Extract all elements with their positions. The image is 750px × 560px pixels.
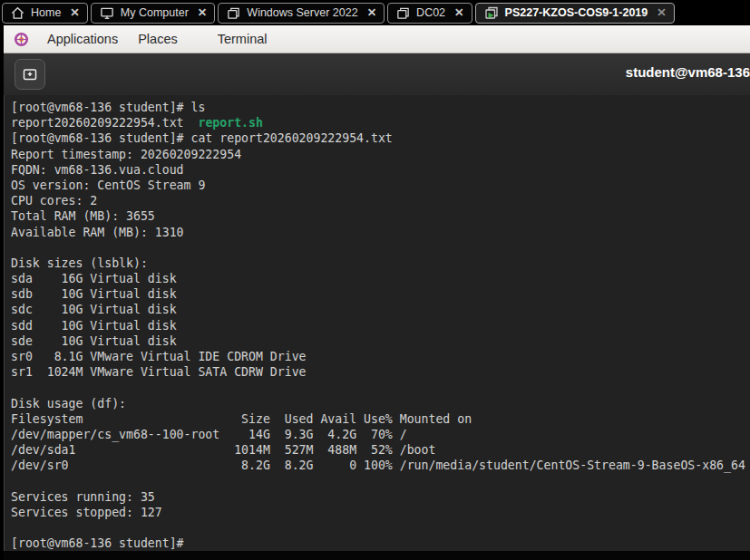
windows-play-icon: [484, 5, 499, 20]
desktop-edge: [4, 551, 750, 560]
terminal-line: sda 16G Virtual disk: [11, 272, 750, 287]
close-icon[interactable]: ✕: [70, 7, 79, 19]
terminal-line: sr1 1024M VMware Virtual SATA CDRW Drive: [11, 365, 750, 381]
terminal-line: [11, 475, 750, 490]
terminal-line: [11, 241, 750, 256]
tab-label: DC02: [416, 6, 445, 19]
home-icon: [11, 6, 24, 20]
menu-bar: Applications Places Terminal: [4, 25, 750, 53]
tab-label: Home: [31, 6, 61, 19]
terminal-line: /dev/sda1 1014M 527M 488M 52% /boot: [11, 443, 750, 459]
terminal-screen[interactable]: [root@vm68-136 student]# lsreport2026020…: [4, 95, 750, 551]
terminal-headerbar: student@vm68-136: [4, 53, 750, 95]
tab-home[interactable]: Home ✕: [2, 3, 88, 24]
terminal-line: Disk usage (df):: [11, 397, 750, 412]
terminal-line: report20260209222954.txt report.sh: [11, 116, 750, 131]
windows-icon: [227, 6, 240, 20]
terminal-line: /dev/mapper/cs_vm68--100-root 14G 9.3G 4…: [11, 428, 750, 443]
terminal-line: CPU cores: 2: [11, 194, 750, 209]
terminal-line: [root@vm68-136 student]# cat report20260…: [11, 131, 750, 147]
close-icon[interactable]: ✕: [454, 7, 463, 19]
terminal-line: sdd 10G Virtual disk: [11, 319, 750, 334]
centos-icon: [14, 32, 29, 47]
terminal-line: [11, 521, 750, 536]
window-title: student@vm68-136: [626, 64, 750, 80]
terminal-line: Total RAM (MB): 3655: [11, 209, 750, 225]
new-tab-button[interactable]: [15, 59, 45, 90]
tab-windows-server-2022[interactable]: Windows Server 2022 ✕: [218, 3, 385, 24]
terminal-line: [root@vm68-136 student]# ls: [11, 101, 750, 116]
tab-label: My Computer: [121, 6, 189, 19]
terminal-line: sde 10G Virtual disk: [11, 334, 750, 350]
terminal-line: Filesystem Size Used Avail Use% Mounted …: [11, 412, 750, 428]
close-icon[interactable]: ✕: [198, 7, 207, 19]
tab-my-computer[interactable]: My Computer ✕: [91, 3, 216, 24]
terminal-line: Services stopped: 127: [11, 506, 750, 521]
close-icon[interactable]: ✕: [657, 7, 666, 19]
windows-icon: [396, 6, 410, 20]
close-icon[interactable]: ✕: [367, 7, 376, 19]
menu-applications[interactable]: Applications: [37, 32, 128, 46]
terminal-line: Report timestamp: 20260209222954: [11, 148, 750, 163]
terminal-line: sdc 10G Virtual disk: [11, 303, 750, 318]
terminal-line: /dev/sr0 8.2G 8.2G 0 100% /run/media/stu…: [11, 459, 750, 474]
terminal-line: Disk sizes (lsblk):: [11, 256, 750, 272]
terminal-line: [11, 381, 750, 396]
menu-terminal-app[interactable]: Terminal: [208, 32, 278, 46]
terminal-line: Services running: 35: [11, 490, 750, 506]
tab-bar: Home ✕ My Computer ✕ Windows Server 2022…: [0, 0, 750, 25]
monitor-icon: [100, 6, 114, 20]
terminal-line: sdb 10G Virtual disk: [11, 287, 750, 303]
terminal-line: FQDN: vm68-136.vua.cloud: [11, 163, 750, 179]
menu-places[interactable]: Places: [128, 32, 188, 46]
tab-ps227-kzos-cos9-1-2019[interactable]: PS227-KZOS-COS9-1-2019 ✕: [475, 3, 675, 24]
vm-display: Applications Places Terminal student@vm6…: [0, 25, 750, 560]
tab-label: Windows Server 2022: [247, 6, 357, 19]
terminal-line: Available RAM (MB): 1310: [11, 226, 750, 241]
terminal-line: [root@vm68-136 student]#: [11, 536, 750, 552]
tab-dc02[interactable]: DC02 ✕: [387, 3, 472, 24]
terminal-line: sr0 8.1G VMware Virtual IDE CDROM Drive: [11, 350, 750, 365]
tab-new-icon: [22, 66, 38, 82]
tab-label: PS227-KZOS-COS9-1-2019: [505, 6, 648, 19]
terminal-line: OS version: CentOS Stream 9: [11, 179, 750, 194]
remote-viewer: Home ✕ My Computer ✕ Windows Server 2022…: [0, 0, 750, 560]
